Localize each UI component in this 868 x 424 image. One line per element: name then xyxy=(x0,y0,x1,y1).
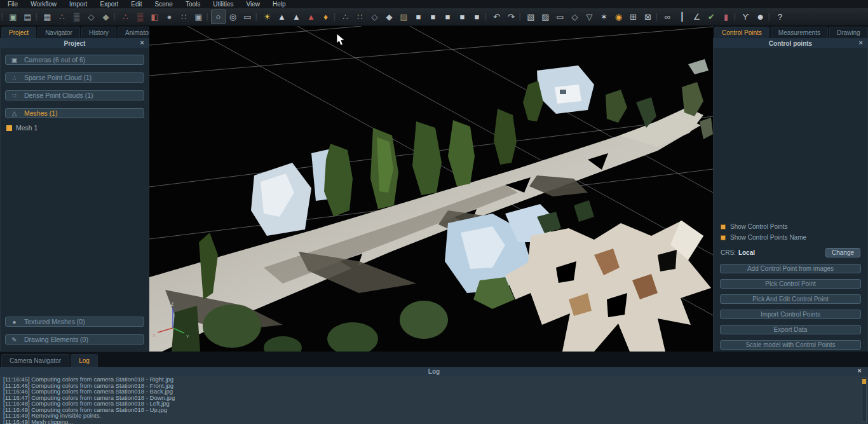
edit-mesh-icon[interactable]: ◧ xyxy=(147,10,162,24)
viewport-layout-2-icon[interactable]: ■ xyxy=(426,10,440,24)
generate-sparse-cloud-icon[interactable]: ∴ xyxy=(55,10,69,24)
lighting-icon[interactable]: ☀ xyxy=(260,10,275,24)
tab-camera-navigator[interactable]: Camera Navigator xyxy=(1,354,69,367)
close-icon[interactable]: ✕ xyxy=(858,40,863,46)
terrain-contour-icon[interactable]: ▲ xyxy=(289,10,304,24)
menu-help[interactable]: Help xyxy=(266,0,292,8)
menu-tools[interactable]: Tools xyxy=(179,0,207,8)
edit-dense-cloud-icon[interactable]: ▒ xyxy=(133,10,147,24)
bounding-box-icon[interactable]: ⊞ xyxy=(626,10,641,24)
project-item-meshes[interactable]: △ Meshes (1) xyxy=(5,108,144,118)
menu-workflow[interactable]: Workflow xyxy=(24,0,63,8)
menu-import[interactable]: Import xyxy=(63,0,93,8)
show-control-points-checkbox[interactable]: Show Control Points xyxy=(714,221,867,232)
redo-icon[interactable]: ↷ xyxy=(504,10,519,24)
new-project-icon[interactable]: ▣ xyxy=(6,10,20,24)
viewport-layout-3-icon[interactable]: ■ xyxy=(440,10,455,24)
menu-utilities[interactable]: Utilities xyxy=(207,0,240,8)
project-item-label: Textured Meshes (0) xyxy=(24,318,85,325)
viewport-3d[interactable]: Z X Y xyxy=(149,26,713,352)
log-scrollbar[interactable] xyxy=(862,378,867,422)
angle-tool-icon[interactable]: ∠ xyxy=(689,10,704,24)
show-solid-icon[interactable]: ◆ xyxy=(382,10,397,24)
delete-selection-icon[interactable]: ⊠ xyxy=(641,10,655,24)
smooth-mesh-icon[interactable]: ● xyxy=(162,10,177,24)
show-wireframe-icon[interactable]: ◇ xyxy=(367,10,382,24)
close-icon[interactable]: ✕ xyxy=(857,368,862,374)
lasso-icon[interactable]: ∞ xyxy=(660,10,675,24)
mesh-entry[interactable]: Mesh 1 xyxy=(1,118,149,132)
control-points-header: Control points ✕ xyxy=(714,38,867,48)
project-item-cameras[interactable]: ▣ Cameras (6 out of 6) xyxy=(5,55,144,65)
tab-navigator[interactable]: Navigator xyxy=(37,27,80,38)
rotate-around-icon[interactable]: ◎ xyxy=(226,10,240,24)
project-item-textured-meshes[interactable]: ● Textured Meshes (0) xyxy=(5,317,144,327)
log-scrollbar-thumb[interactable] xyxy=(862,379,866,384)
select-poly-icon[interactable]: ◇ xyxy=(567,10,582,24)
select-triangle-icon[interactable]: ▽ xyxy=(582,10,597,24)
checkbox-checked-icon[interactable] xyxy=(721,224,726,229)
show-textured-icon[interactable]: ▨ xyxy=(397,10,411,24)
scale-model-button[interactable]: Scale model with Control Points xyxy=(720,340,861,350)
control-points-options: Show Control Points Show Control Points … xyxy=(714,221,867,243)
select-add-icon[interactable]: ▧ xyxy=(524,10,538,24)
add-control-point-button[interactable]: Add Control Point from images xyxy=(720,264,861,273)
tab-history[interactable]: History xyxy=(81,27,116,38)
tools-wrench-icon[interactable]: ϒ xyxy=(738,10,753,24)
generate-textured-mesh-icon[interactable]: ◆ xyxy=(98,10,113,24)
import-control-points-button[interactable]: Import Control Points xyxy=(720,310,861,319)
workflow-wizard-icon[interactable]: ▦ xyxy=(40,10,55,24)
menu-file[interactable]: File xyxy=(1,0,24,8)
project-item-drawing-elements[interactable]: ✎ Drawing Elements (0) xyxy=(5,334,144,345)
toolbar-separator: ⡇ xyxy=(255,10,260,24)
menu-scene[interactable]: Scene xyxy=(149,0,179,8)
help-icon[interactable]: ? xyxy=(773,10,787,24)
viewport-layout-5-icon[interactable]: ■ xyxy=(470,10,484,24)
tab-drawing[interactable]: Drawing xyxy=(829,27,868,38)
terrain-view-icon[interactable]: ▲ xyxy=(275,10,289,24)
select-rect-icon[interactable]: ▭ xyxy=(553,10,567,24)
filter-points-icon[interactable]: ∷ xyxy=(177,10,191,24)
orbit-mode-icon[interactable]: ○ xyxy=(211,10,226,24)
close-icon[interactable]: ✕ xyxy=(140,40,144,46)
camera-icon: ▣ xyxy=(10,57,18,64)
project-item-dense-clouds[interactable]: ∷ Dense Point Clouds (1) xyxy=(5,90,144,100)
mask-image-icon[interactable]: ◉ xyxy=(611,10,626,24)
tab-project[interactable]: Project xyxy=(1,27,36,38)
export-data-button[interactable]: Export Data xyxy=(720,325,861,334)
show-control-points-name-checkbox[interactable]: Show Control Points Name xyxy=(714,232,867,243)
project-item-sparse-cloud[interactable]: ∴ Sparse Point Cloud (1) xyxy=(5,72,144,83)
select-brush-icon[interactable]: ✶ xyxy=(597,10,611,24)
camera-snapshot-icon[interactable]: ▣ xyxy=(191,10,206,24)
measure-icon[interactable]: ┃ xyxy=(675,10,689,24)
wasd-mode-icon[interactable]: ▭ xyxy=(240,10,255,24)
terrain-rgb-icon[interactable]: ▲ xyxy=(304,10,318,24)
undo-icon[interactable]: ↶ xyxy=(489,10,504,24)
pick-control-point-button[interactable]: Pick Control Point xyxy=(720,279,861,289)
pick-edit-control-point-button[interactable]: Pick And Edit Control Point xyxy=(720,294,861,304)
tab-measurements[interactable]: Measurements xyxy=(771,27,828,38)
tab-control-points[interactable]: Control Points xyxy=(714,27,770,38)
save-project-icon[interactable]: ▤ xyxy=(20,10,35,24)
crs-change-button[interactable]: Change xyxy=(825,248,860,257)
generate-dense-cloud-icon[interactable]: ▒ xyxy=(69,10,84,24)
menu-export[interactable]: Export xyxy=(93,0,125,8)
checkbox-checked-icon[interactable] xyxy=(721,235,726,240)
show-sparse-cloud-icon[interactable]: ∴ xyxy=(338,10,353,24)
menu-edit[interactable]: Edit xyxy=(125,0,148,8)
zephyr-gem-icon[interactable]: ♦ xyxy=(318,10,333,24)
viewport-layout-4-icon[interactable]: ■ xyxy=(455,10,470,24)
show-dense-cloud-icon[interactable]: ∷ xyxy=(353,10,367,24)
tab-log[interactable]: Log xyxy=(71,354,98,367)
log-line: [11:16:49] Removing invisible points. xyxy=(3,413,865,419)
statistics-icon[interactable]: ▮ xyxy=(719,10,733,24)
viewport-scene: Z X Y xyxy=(149,26,713,352)
viewport-layout-1-icon[interactable]: ■ xyxy=(411,10,426,24)
select-subtract-icon[interactable]: ▨ xyxy=(538,10,553,24)
edit-sparse-cloud-icon[interactable]: ∴ xyxy=(118,10,133,24)
menu-view[interactable]: View xyxy=(240,0,267,8)
validate-icon[interactable]: ✔ xyxy=(704,10,719,24)
generate-mesh-icon[interactable]: ◇ xyxy=(84,10,98,24)
project-items: ▣ Cameras (6 out of 6) ∴ Sparse Point Cl… xyxy=(1,48,149,118)
mask-face-icon[interactable]: ☻ xyxy=(753,10,768,24)
